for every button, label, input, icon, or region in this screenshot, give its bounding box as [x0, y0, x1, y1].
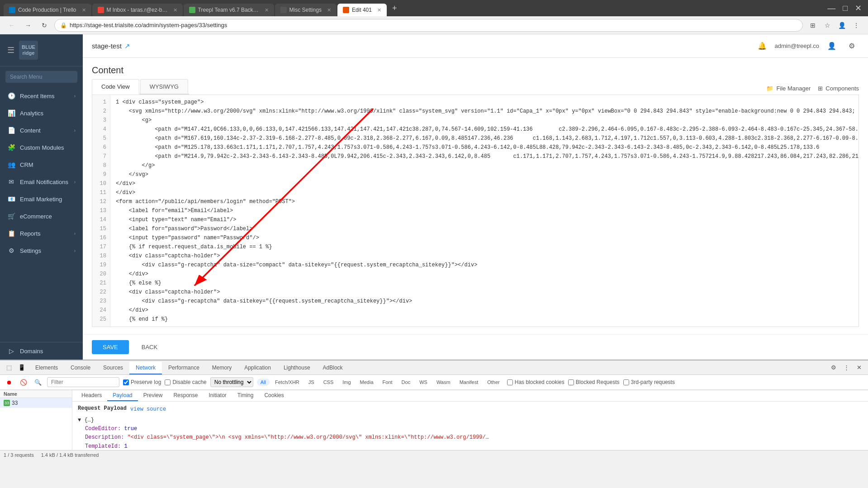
sidebar-item-email-marketing[interactable]: 📧 Email Marketing [0, 190, 83, 208]
blocked-requests-checkbox[interactable]: Blocked Requests [568, 379, 620, 385]
devtools-tab-sources[interactable]: Sources [97, 362, 129, 374]
tab-close-trello[interactable]: ✕ [82, 7, 86, 13]
devtools-subtab-payload[interactable]: Payload [107, 390, 138, 401]
devtools-record-icon[interactable]: ⏺ [4, 377, 14, 388]
devtools-close-icon[interactable]: ✕ [854, 362, 864, 373]
bookmark-icon[interactable]: ☆ [821, 19, 834, 32]
devtools-clear-icon[interactable]: 🚫 [18, 377, 29, 388]
sidebar-item-custom-modules[interactable]: 🧩 Custom Modules [0, 139, 83, 156]
devtools-subtab-response[interactable]: Response [168, 390, 203, 401]
devtools-subtab-cookies[interactable]: Cookies [259, 390, 289, 401]
filter-chip-css[interactable]: CSS [320, 379, 337, 386]
close-button[interactable]: ✕ [852, 3, 864, 13]
search-input[interactable] [5, 71, 77, 83]
new-tab-button[interactable]: + [389, 4, 401, 13]
editor-tab-code-view[interactable]: Code View [92, 79, 139, 95]
sidebar-item-email-notifications[interactable]: ✉ Email Notifications › [0, 173, 83, 190]
devtools-tab-lighthouse[interactable]: Lighthouse [277, 362, 317, 374]
code-line-25: {% end if %} [116, 315, 853, 324]
filter-chip-wasm[interactable]: Wasm [433, 379, 454, 386]
sidebar-item-recent-items[interactable]: 🕐 Recent Items › [0, 87, 83, 104]
devtools-tab-adblock[interactable]: AdBlock [317, 362, 349, 374]
payload-field-codeeditor: CodeEditor: true [85, 425, 863, 433]
extensions-icon[interactable]: ⊞ [806, 19, 819, 32]
filter-chip-manifest[interactable]: Manifest [456, 379, 482, 386]
throttling-select[interactable]: No throttling [210, 377, 253, 387]
browser-tab-edit401[interactable]: Edit 401✕ [337, 4, 387, 16]
tab-favicon-gmail [98, 7, 104, 13]
view-source-link[interactable]: view source [130, 406, 166, 412]
code-editor[interactable]: 1234567891011121314151617181920212223242… [92, 95, 859, 327]
browser-tab-treepl[interactable]: Treepl Team v6.7 Backlog - Boar...✕ [184, 4, 274, 16]
network-filter-input[interactable] [47, 377, 119, 387]
devtools-subtab-timing[interactable]: Timing [232, 390, 259, 401]
devtools-tab-console[interactable]: Console [64, 362, 97, 374]
devtools-more-icon[interactable]: ⋮ [841, 362, 852, 373]
sidebar-item-settings[interactable]: ⚙ Settings › [0, 242, 83, 259]
browser-tab-gmail[interactable]: M Inbox - taras.r@ez-bc.com - EZ-...✕ [92, 4, 183, 16]
devtools-tab-performance[interactable]: Performance [162, 362, 206, 374]
topbar-user-icon[interactable]: 👤 [825, 39, 839, 53]
menu-icon[interactable]: ⋮ [850, 19, 863, 32]
filter-chip-fetch/xhr[interactable]: Fetch/XHR [271, 379, 303, 386]
tab-close-treepl[interactable]: ✕ [265, 7, 269, 13]
profile-icon[interactable]: 👤 [835, 19, 848, 32]
content-area: Content Code ViewWYSIWYG 📁 File Manager … [83, 58, 868, 360]
browser-tab-trello[interactable]: Code Production | Trello✕ [4, 4, 91, 16]
external-link-icon[interactable]: ↗ [124, 42, 130, 50]
topbar-settings-icon[interactable]: ⚙ [844, 39, 859, 53]
request-item-33[interactable]: 33 33 [0, 398, 72, 408]
sidebar-item-ecommerce[interactable]: 🛒 eCommerce [0, 208, 83, 225]
browser-tab-misc[interactable]: Misc Settings✕ [275, 4, 337, 16]
third-party-checkbox[interactable]: 3rd-party requests [623, 379, 675, 385]
code-line-10: </div> [116, 179, 853, 188]
filter-chip-other[interactable]: Other [484, 379, 503, 386]
sidebar-item-reports[interactable]: 📋 Reports › [0, 225, 83, 242]
devtools-inspect-icon[interactable]: ⬚ [4, 362, 14, 373]
tab-close-misc[interactable]: ✕ [327, 7, 331, 13]
back-button[interactable]: ← [5, 19, 18, 32]
hamburger-button[interactable]: ☰ [7, 45, 14, 55]
editor-tab-wysiwyg[interactable]: WYSIWYG [140, 79, 188, 94]
filter-chip-ws[interactable]: WS [416, 379, 431, 386]
sidebar-item-crm[interactable]: 👥 CRM [0, 156, 83, 173]
devtools-subtab-preview[interactable]: Preview [138, 390, 168, 401]
devtools-device-icon[interactable]: 📱 [16, 362, 27, 373]
has-blocked-cookies-checkbox[interactable]: Has blocked cookies [507, 379, 564, 385]
code-line-19: <div class="g-recaptcha" data-size="comp… [116, 261, 853, 270]
reload-button[interactable]: ↻ [38, 19, 51, 32]
devtools-subtab-initiator[interactable]: Initiator [203, 390, 232, 401]
address-bar[interactable]: 🔒 https://stage-test.trialsite.co/admin/… [54, 19, 803, 32]
devtools-tab-application[interactable]: Application [238, 362, 277, 374]
components-button[interactable]: ⊞ Components [818, 85, 859, 92]
filter-chip-font[interactable]: Font [379, 379, 396, 386]
devtools-subtab-headers[interactable]: Headers [76, 390, 107, 401]
devtools-search-icon[interactable]: 🔍 [33, 377, 43, 388]
sidebar-item-domains[interactable]: ▷ Domains [0, 342, 83, 360]
back-button-content[interactable]: BACK [134, 340, 165, 354]
topbar-bell-icon[interactable]: 🔔 [755, 39, 769, 53]
tab-label-trello: Code Production | Trello [18, 7, 76, 13]
tab-close-gmail[interactable]: ✕ [173, 7, 177, 13]
filter-chip-doc[interactable]: Doc [398, 379, 414, 386]
tab-close-edit401[interactable]: ✕ [377, 7, 381, 13]
minimize-button[interactable]: — [825, 4, 838, 13]
filter-chip-all[interactable]: All [257, 379, 270, 386]
devtools-tab-memory[interactable]: Memory [206, 362, 238, 374]
preserve-log-checkbox[interactable]: Preserve log [123, 379, 161, 385]
code-line-23: <div class="g-recaptcha" data-sitekey="{… [116, 297, 853, 306]
devtools-settings-icon[interactable]: ⚙ [828, 362, 839, 373]
disable-cache-checkbox[interactable]: Disable cache [165, 379, 206, 385]
sidebar-item-analytics[interactable]: 📊 Analytics [0, 104, 83, 122]
sidebar-item-content[interactable]: 📄 Content › [0, 122, 83, 139]
code-content[interactable]: 1 <div class="system_page"> <svg xmlns="… [110, 95, 859, 327]
save-button[interactable]: SAVE [92, 340, 129, 354]
filter-chip-img[interactable]: Img [339, 379, 354, 386]
devtools-tab-network[interactable]: Network [129, 362, 162, 374]
file-manager-button[interactable]: 📁 File Manager [766, 85, 811, 92]
devtools-tab-elements[interactable]: Elements [29, 362, 64, 374]
filter-chip-js[interactable]: JS [305, 379, 318, 386]
maximize-button[interactable]: □ [840, 4, 850, 13]
forward-button[interactable]: → [22, 19, 34, 32]
filter-chip-media[interactable]: Media [356, 379, 377, 386]
